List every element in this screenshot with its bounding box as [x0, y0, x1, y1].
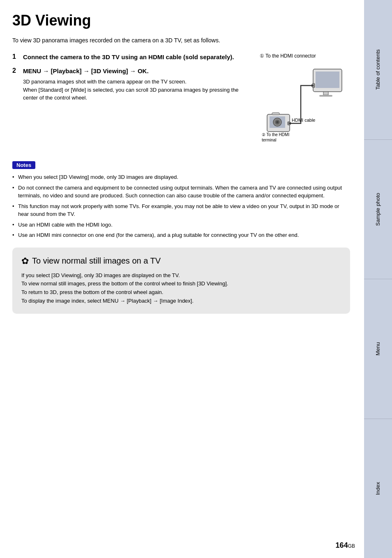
note-item: Do not connect the camera and equipment …	[12, 184, 350, 200]
page-num-main: 164	[336, 541, 348, 549]
step-1: 1 Connect the camera to the 3D TV using …	[12, 53, 251, 61]
sidebar-tab-sample[interactable]: Sample photo	[364, 140, 392, 280]
notes-badge: Notes	[12, 161, 35, 169]
svg-rect-2	[323, 92, 328, 95]
diagram-label-1: ① To the HDMI connector	[260, 53, 316, 60]
sidebar-tab-menu[interactable]: Menu	[364, 279, 392, 419]
diagram-wrapper: ① To the HDMI connector	[260, 53, 350, 152]
step-1-heading: Connect the camera to the 3D TV using an…	[23, 53, 234, 61]
sidebar-tab-index[interactable]: Index	[364, 419, 392, 558]
hdmi-diagram: HDMI cable ② To the HDMI terminal	[260, 61, 346, 151]
step-1-number: 1	[12, 53, 20, 60]
step-2-heading: MENU → [Playback] → [3D Viewing] → OK.	[23, 67, 149, 75]
svg-text:② To the HDMI: ② To the HDMI	[262, 132, 289, 137]
tip-text: If you select [3D Viewing], only 3D imag…	[21, 271, 341, 306]
intro-text: To view 3D panorama images recorded on t…	[12, 36, 350, 45]
tip-title-text: To view normal still images on a TV	[32, 256, 161, 266]
note-item: When you select [3D Viewing] mode, only …	[12, 173, 350, 181]
svg-text:terminal: terminal	[262, 138, 277, 142]
tip-icon: ✿	[21, 256, 29, 266]
page-title: 3D Viewing	[12, 12, 350, 29]
step-2-description: 3D panorama images shot with the camera …	[23, 78, 251, 102]
sidebar-tab-sample-label: Sample photo	[375, 193, 382, 226]
step-2-number: 2	[12, 67, 20, 74]
notes-list: When you select [3D Viewing] mode, only …	[12, 173, 350, 239]
note-item: Use an HDMI cable with the HDMI logo.	[12, 221, 350, 229]
step-1-line: 1 Connect the camera to the 3D TV using …	[12, 53, 251, 61]
step-2: 2 MENU → [Playback] → [3D Viewing] → OK.…	[12, 67, 251, 102]
svg-rect-1	[316, 72, 339, 88]
sidebar-tab-menu-label: Menu	[375, 342, 382, 356]
main-content: 3D Viewing To view 3D panorama images re…	[0, 0, 362, 326]
tip-title: ✿ To view normal still images on a TV	[21, 256, 341, 266]
page-num-suffix: GB	[348, 543, 355, 549]
page-number-area: 164GB	[336, 541, 355, 550]
steps-section: 1 Connect the camera to the 3D TV using …	[12, 53, 251, 108]
sidebar-tab-index-label: Index	[375, 482, 382, 495]
svg-rect-3	[319, 95, 332, 97]
svg-text:HDMI cable: HDMI cable	[292, 118, 315, 123]
sidebar-tab-toc[interactable]: Table of contents	[364, 0, 392, 140]
note-item: This function may not work properly with…	[12, 202, 350, 218]
svg-point-9	[276, 121, 279, 123]
notes-section: Notes When you select [3D Viewing] mode,…	[12, 161, 350, 239]
note-item: Use an HDMI mini connector on one end (f…	[12, 231, 350, 239]
step-2-line: 2 MENU → [Playback] → [3D Viewing] → OK.	[12, 67, 251, 75]
svg-rect-10	[272, 113, 279, 115]
tip-box: ✿ To view normal still images on a TV If…	[12, 248, 350, 314]
sidebar-tab-toc-label: Table of contents	[375, 49, 382, 90]
steps-diagram-container: 1 Connect the camera to the 3D TV using …	[12, 53, 350, 152]
sidebar: Table of contents Sample photo Menu Inde…	[364, 0, 392, 558]
